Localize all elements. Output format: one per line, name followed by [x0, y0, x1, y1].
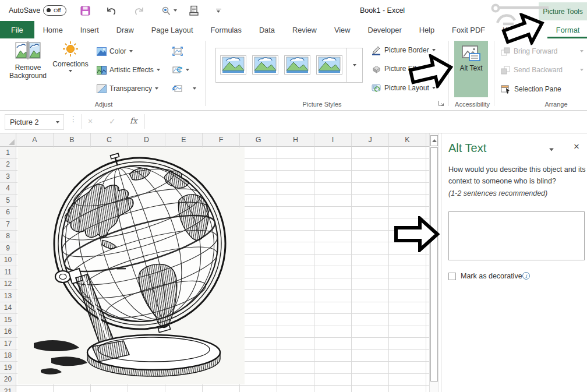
row-header-17[interactable]: 17 — [0, 338, 16, 350]
mark-as-decorative-label: Mark as decorative — [461, 272, 522, 280]
row-header-19[interactable]: 19 — [0, 362, 16, 374]
row-header-3[interactable]: 3 — [0, 171, 16, 183]
mark-as-decorative-checkbox[interactable] — [448, 273, 456, 280]
row-header-2[interactable]: 2 — [0, 159, 16, 171]
row-header-14[interactable]: 14 — [0, 302, 16, 315]
globe-drawing — [17, 147, 245, 384]
pane-recommendation-text: (1-2 sentences recommended) — [448, 189, 547, 197]
row-header-4[interactable]: 4 — [0, 183, 16, 195]
row-header-10[interactable]: 10 — [0, 255, 16, 267]
row-header-11[interactable]: 11 — [0, 266, 16, 278]
column-header-D[interactable]: D — [128, 133, 165, 147]
scrollbar-thumb[interactable] — [430, 147, 438, 382]
pane-options-chevron-icon[interactable] — [549, 148, 554, 151]
row-header-9[interactable]: 9 — [0, 242, 16, 255]
row-header-7[interactable]: 7 — [0, 218, 16, 231]
scroll-up-button[interactable] — [430, 135, 438, 146]
column-header-J[interactable]: J — [352, 133, 389, 147]
alt-text-pane: Alt Text × How would you describe this o… — [441, 133, 587, 392]
column-header-G[interactable]: G — [240, 133, 277, 147]
row-header-21[interactable]: 21 — [0, 386, 16, 392]
info-icon[interactable]: i — [522, 272, 530, 280]
triangle-up-icon — [432, 139, 437, 142]
select-all-corner[interactable] — [0, 133, 16, 147]
row-header-15[interactable]: 15 — [0, 314, 16, 326]
pane-title: Alt Text — [448, 142, 486, 155]
alt-text-description-input[interactable] — [448, 211, 585, 260]
column-header-B[interactable]: B — [54, 133, 91, 147]
row-header-20[interactable]: 20 — [0, 374, 16, 386]
column-header-E[interactable]: E — [165, 133, 203, 147]
pane-question-text: How would you describe this object and i… — [448, 164, 587, 187]
row-header-6[interactable]: 6 — [0, 207, 16, 219]
row-header-16[interactable]: 16 — [0, 326, 16, 338]
row-header-13[interactable]: 13 — [0, 290, 16, 302]
row-header-18[interactable]: 18 — [0, 350, 16, 362]
column-header-C[interactable]: C — [91, 133, 128, 147]
column-header-I[interactable]: I — [314, 133, 352, 147]
excel-window: AutoSave Off — [0, 0, 587, 392]
row-header-5[interactable]: 5 — [0, 195, 16, 207]
column-header-F[interactable]: F — [203, 133, 240, 147]
annotation-arrow-alt-text-pane — [394, 216, 440, 252]
column-header-K[interactable]: K — [389, 133, 426, 147]
column-header-H[interactable]: H — [277, 133, 314, 147]
row-header-1[interactable]: 1 — [0, 147, 16, 159]
pane-close-icon[interactable]: × — [574, 141, 579, 153]
column-header-A[interactable]: A — [16, 133, 54, 147]
vertical-scrollbar[interactable] — [429, 133, 439, 392]
inserted-picture-globe[interactable] — [17, 147, 245, 384]
row-header-8[interactable]: 8 — [0, 231, 16, 243]
row-header-12[interactable]: 12 — [0, 278, 16, 291]
